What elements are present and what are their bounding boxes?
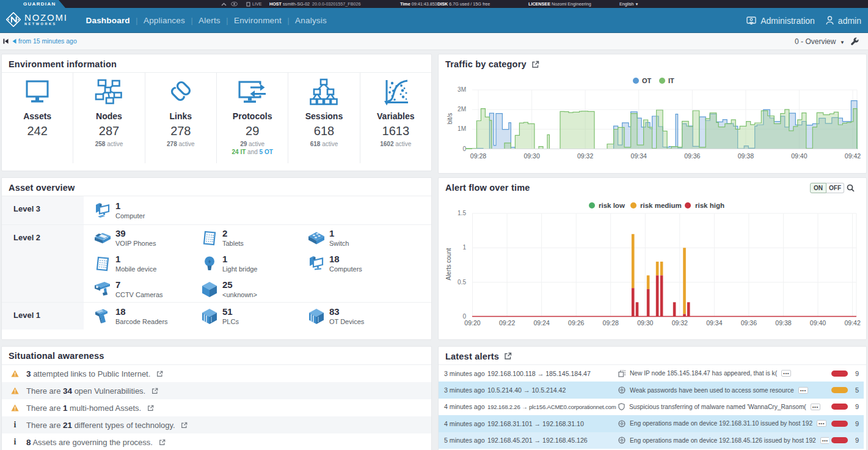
svg-text:09:40: 09:40 [810, 319, 826, 326]
svg-text:09:32: 09:32 [672, 319, 688, 326]
svg-text:09:32: 09:32 [577, 152, 593, 160]
svg-text:09:28: 09:28 [603, 319, 619, 326]
svg-text:09:42: 09:42 [844, 319, 860, 326]
svg-text:09:34: 09:34 [631, 152, 647, 160]
svg-text:1M: 1M [458, 125, 466, 132]
svg-text:1.5: 1.5 [458, 210, 466, 216]
svg-text:risk low: risk low [599, 202, 625, 209]
svg-text:IT: IT [668, 77, 674, 84]
svg-text:09:28: 09:28 [470, 152, 486, 160]
svg-text:09:42: 09:42 [845, 152, 861, 160]
svg-text:risk medium: risk medium [640, 202, 682, 209]
svg-text:09:36: 09:36 [684, 152, 700, 160]
svg-text:09:30: 09:30 [637, 319, 653, 326]
svg-text:OT: OT [642, 77, 652, 84]
svg-text:1: 1 [462, 244, 466, 251]
svg-text:09:20: 09:20 [464, 319, 480, 326]
svg-text:Alerts count: Alerts count [445, 248, 452, 280]
svg-text:2M: 2M [458, 106, 466, 112]
svg-text:09:36: 09:36 [741, 319, 757, 326]
svg-text:3M: 3M [458, 86, 466, 93]
svg-text:09:26: 09:26 [568, 319, 584, 326]
svg-text:09:22: 09:22 [499, 319, 515, 326]
svg-text:09:34: 09:34 [706, 319, 722, 326]
svg-text:09:30: 09:30 [523, 152, 539, 160]
svg-text:09:24: 09:24 [533, 319, 549, 326]
svg-text:09:38: 09:38 [738, 152, 754, 160]
svg-text:bit/s: bit/s [447, 113, 453, 124]
svg-text:09:38: 09:38 [775, 319, 791, 326]
svg-text:risk high: risk high [695, 202, 724, 209]
svg-text:0.5: 0.5 [458, 279, 466, 286]
svg-text:09:40: 09:40 [791, 152, 807, 160]
